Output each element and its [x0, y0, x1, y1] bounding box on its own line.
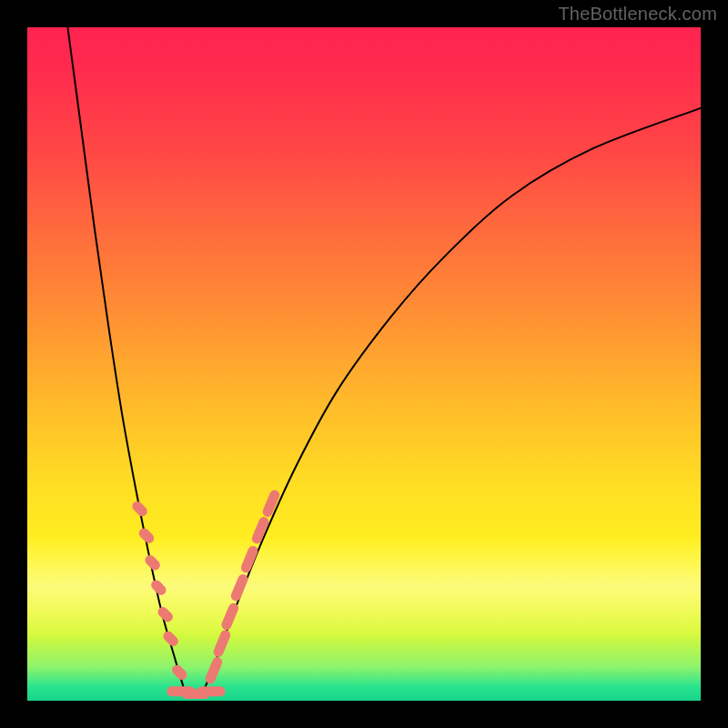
dash-segment	[150, 561, 155, 565]
dash-segment	[157, 585, 161, 590]
dash-segment	[268, 495, 275, 511]
watermark-text: TheBottleneck.com	[558, 4, 717, 25]
dash-segment	[236, 579, 243, 595]
dash-segment	[163, 612, 167, 617]
curve-layer	[27, 27, 701, 701]
dash-segment	[246, 551, 253, 567]
dash-segment	[210, 662, 217, 679]
right-curve	[202, 108, 701, 694]
dash-segment	[218, 635, 226, 652]
dash-segment	[177, 670, 182, 674]
dash-segment	[137, 506, 142, 511]
dash-segment	[168, 636, 173, 641]
left-curve	[67, 27, 186, 694]
dash-segment	[227, 608, 234, 624]
plot-area	[27, 27, 701, 701]
chart-frame: TheBottleneck.com	[0, 0, 728, 728]
dash-segment	[257, 522, 264, 539]
dash-segment	[144, 533, 148, 538]
